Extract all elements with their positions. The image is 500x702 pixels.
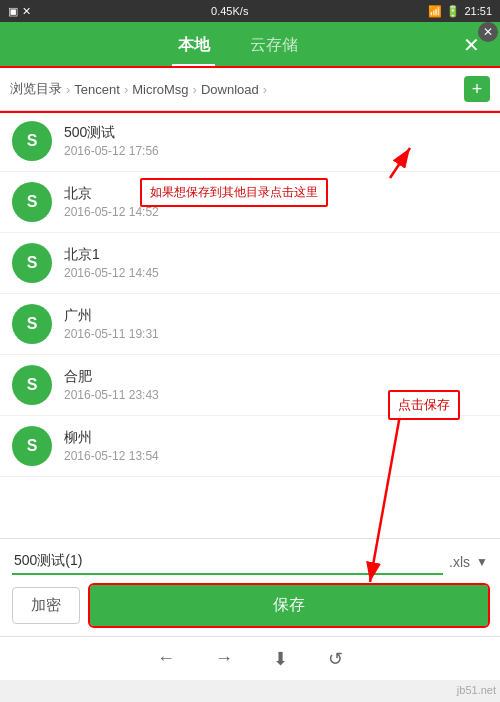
list-item[interactable]: S 北京 2016-05-12 14:52 [0,172,500,233]
refresh-button[interactable]: ↺ [320,644,351,674]
battery-icon: 🔋 [446,5,460,18]
file-date-1: 2016-05-12 14:52 [64,205,488,219]
list-item[interactable]: S 北京1 2016-05-12 14:45 [0,233,500,294]
file-icon-3: S [12,304,52,344]
encrypt-button[interactable]: 加密 [12,587,80,624]
breadcrumb-item-tencent[interactable]: Tencent [74,82,120,97]
wifi-icon: 📶 [428,5,442,18]
breadcrumb-item-download[interactable]: Download [201,82,259,97]
status-left: ▣ ✕ [8,5,31,18]
file-name-1: 北京 [64,185,488,203]
file-info-4: 合肥 2016-05-11 23:43 [64,368,488,402]
file-info-1: 北京 2016-05-12 14:52 [64,185,488,219]
breadcrumb-sep-2: › [124,82,128,97]
file-info-3: 广州 2016-05-11 19:31 [64,307,488,341]
file-info-2: 北京1 2016-05-12 14:45 [64,246,488,280]
extension-label: .xls [449,554,470,570]
file-info-0: 500测试 2016-05-12 17:56 [64,124,488,158]
header: 本地 云存储 ✕ [0,22,500,68]
close-icon: ✕ [22,5,31,18]
file-date-4: 2016-05-11 23:43 [64,388,488,402]
file-info-5: 柳州 2016-05-12 13:54 [64,429,488,463]
list-item[interactable]: S 合肥 2016-05-11 23:43 [0,355,500,416]
file-icon-0: S [12,121,52,161]
breadcrumb-sep-3: › [193,82,197,97]
file-icon-4: S [12,365,52,405]
breadcrumb-add-button[interactable]: + [464,76,490,102]
file-date-3: 2016-05-11 19:31 [64,327,488,341]
file-date-0: 2016-05-12 17:56 [64,144,488,158]
tab-cloud[interactable]: 云存储 [230,25,318,66]
status-center: 0.45K/s [211,5,248,17]
bottom-toolbar: ← → ⬇ ↺ [0,636,500,680]
breadcrumb: 浏览目录 › Tencent › MicroMsg › Download › + [0,68,500,111]
save-button[interactable]: 保存 [90,585,488,626]
back-button[interactable]: ← [149,644,183,673]
time-label: 21:51 [464,5,492,17]
breadcrumb-sep-4: › [263,82,267,97]
file-list: S 500测试 2016-05-12 17:56 S 北京 2016-05-12… [0,111,500,538]
download-button[interactable]: ⬇ [265,644,296,674]
tab-local[interactable]: 本地 [158,25,230,66]
file-name-4: 合肥 [64,368,488,386]
tab-group: 本地 云存储 [16,25,459,66]
watermark: jb51.net [457,684,496,696]
file-date-2: 2016-05-12 14:45 [64,266,488,280]
list-item[interactable]: S 广州 2016-05-11 19:31 [0,294,500,355]
file-name-0: 500测试 [64,124,488,142]
status-right: 📶 🔋 21:51 [428,5,492,18]
extension-dropdown[interactable]: ▼ [476,555,488,569]
filename-input[interactable] [12,549,443,575]
status-bar: ▣ ✕ 0.45K/s 📶 🔋 21:51 [0,0,500,22]
file-icon-5: S [12,426,52,466]
file-icon-1: S [12,182,52,222]
save-bar: .xls ▼ 加密 保存 [0,538,500,636]
breadcrumb-item-root[interactable]: 浏览目录 [10,80,62,98]
forward-button[interactable]: → [207,644,241,673]
file-icon-2: S [12,243,52,283]
list-item[interactable]: S 柳州 2016-05-12 13:54 [0,416,500,477]
action-row: 加密 保存 [12,585,488,626]
file-date-5: 2016-05-12 13:54 [64,449,488,463]
file-name-3: 广州 [64,307,488,325]
window-close-button[interactable]: ✕ [478,22,498,42]
network-speed: 0.45K/s [211,5,248,17]
file-name-2: 北京1 [64,246,488,264]
filename-row: .xls ▼ [12,549,488,575]
list-item[interactable]: S 500测试 2016-05-12 17:56 [0,111,500,172]
breadcrumb-item-micromsg[interactable]: MicroMsg [132,82,188,97]
file-name-5: 柳州 [64,429,488,447]
breadcrumb-sep-1: › [66,82,70,97]
app-icon: ▣ [8,5,18,18]
